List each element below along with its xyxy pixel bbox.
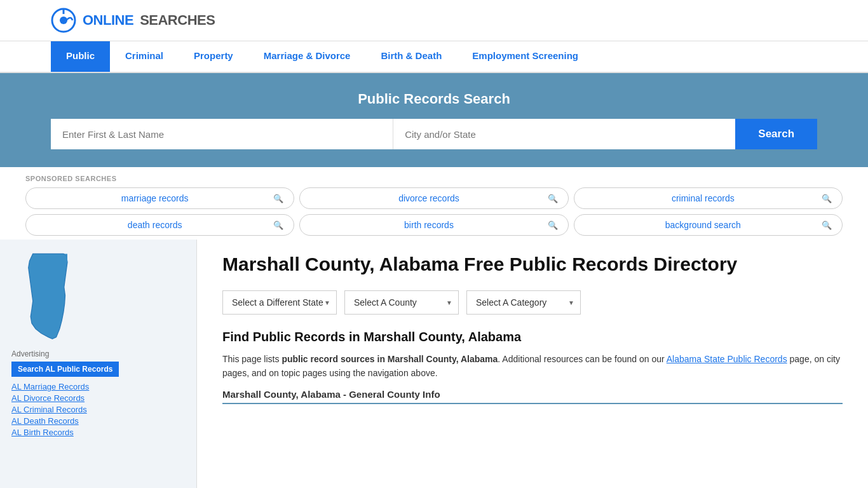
main-content: Advertising Search AL Public Records AL …	[0, 240, 868, 488]
alabama-map-icon	[11, 251, 88, 340]
search-icon-criminal: 🔍	[822, 194, 832, 203]
search-icon-marriage: 🔍	[273, 194, 283, 203]
search-icon-birth: 🔍	[548, 220, 558, 230]
find-desc-part2: . Additional resources can be found on o…	[498, 354, 666, 364]
search-button[interactable]: Search	[735, 119, 817, 149]
search-form: Search	[51, 119, 817, 149]
advertising-label: Advertising	[11, 349, 185, 358]
state-dropdown-wrapper: Select a Different State	[222, 290, 337, 315]
nav-item-criminal[interactable]: Criminal	[110, 41, 179, 72]
logo-text-searches: SEARCHES	[140, 12, 215, 29]
search-icon-divorce: 🔍	[548, 194, 558, 203]
category-dropdown[interactable]: Select A Category	[466, 290, 581, 315]
sidebar-link-death[interactable]: AL Death Records	[11, 416, 185, 426]
county-dropdown-wrapper: Select A County	[344, 290, 459, 315]
right-content: Marshall County, Alabama Free Public Rec…	[197, 240, 868, 488]
nav-item-property[interactable]: Property	[179, 41, 248, 72]
header: ONLINE SEARCHES	[0, 0, 868, 41]
sponsored-pill-marriage[interactable]: marriage records 🔍	[25, 187, 294, 209]
sponsored-label: SPONSORED SEARCHES	[25, 175, 843, 182]
main-nav: Public Criminal Property Marriage & Divo…	[0, 41, 868, 73]
county-info-title: Marshall County, Alabama - General Count…	[222, 389, 843, 404]
search-icon-background: 🔍	[822, 220, 832, 230]
logo-text-online: ONLINE	[83, 12, 133, 29]
nav-item-employment[interactable]: Employment Screening	[457, 41, 593, 72]
search-banner: Public Records Search Search	[0, 73, 868, 167]
state-image	[11, 251, 185, 342]
location-input[interactable]	[393, 119, 735, 149]
sponsored-pill-divorce[interactable]: divorce records 🔍	[299, 187, 568, 209]
sponsored-section: SPONSORED SEARCHES marriage records 🔍 di…	[0, 167, 868, 240]
logo-icon	[51, 8, 76, 33]
sponsored-pill-birth[interactable]: birth records 🔍	[299, 214, 568, 236]
sidebar-link-criminal[interactable]: AL Criminal Records	[11, 405, 185, 414]
sidebar-link-divorce[interactable]: AL Divorce Records	[11, 393, 185, 403]
find-description: This page lists public record sources in…	[222, 352, 843, 381]
dropdowns-row: Select a Different State Select A County…	[222, 290, 843, 315]
find-desc-part1: This page lists	[222, 354, 281, 364]
sponsored-pill-background[interactable]: background search 🔍	[574, 214, 843, 236]
search-banner-title: Public Records Search	[51, 91, 817, 107]
logo: ONLINE SEARCHES	[51, 8, 215, 33]
find-desc-link[interactable]: Alabama State Public Records	[667, 354, 787, 364]
ad-banner[interactable]: Search AL Public Records	[11, 362, 119, 377]
directory-title: Marshall County, Alabama Free Public Rec…	[222, 252, 843, 276]
sponsored-pill-death[interactable]: death records 🔍	[25, 214, 294, 236]
sidebar-links: AL Marriage Records AL Divorce Records A…	[11, 382, 185, 437]
nav-item-birth-death[interactable]: Birth & Death	[365, 41, 457, 72]
sidebar: Advertising Search AL Public Records AL …	[0, 240, 197, 488]
search-icon-death: 🔍	[273, 220, 283, 230]
name-input[interactable]	[51, 119, 393, 149]
sponsored-pill-criminal[interactable]: criminal records 🔍	[574, 187, 843, 209]
category-dropdown-wrapper: Select A Category	[466, 290, 581, 315]
sidebar-link-marriage[interactable]: AL Marriage Records	[11, 382, 185, 391]
state-dropdown[interactable]: Select a Different State	[222, 290, 337, 315]
sponsored-grid: marriage records 🔍 divorce records 🔍 cri…	[25, 187, 843, 236]
sidebar-link-birth[interactable]: AL Birth Records	[11, 428, 185, 437]
nav-item-public[interactable]: Public	[51, 41, 110, 72]
find-title: Find Public Records in Marshall County, …	[222, 330, 843, 344]
county-dropdown[interactable]: Select A County	[344, 290, 459, 315]
nav-item-marriage-divorce[interactable]: Marriage & Divorce	[248, 41, 366, 72]
find-desc-bold: public record sources in Marshall County…	[281, 354, 498, 364]
